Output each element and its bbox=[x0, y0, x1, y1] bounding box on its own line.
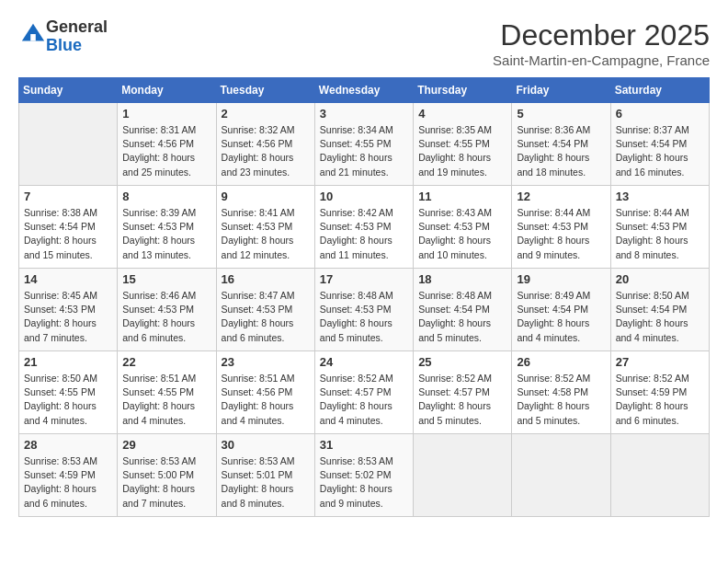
day-info: Sunrise: 8:53 AMSunset: 4:59 PMDaylight:… bbox=[24, 454, 112, 511]
day-number: 11 bbox=[418, 190, 506, 203]
day-info: Sunrise: 8:53 AMSunset: 5:00 PMDaylight:… bbox=[122, 454, 210, 511]
weekday-header: Saturday bbox=[610, 78, 709, 103]
calendar-day-cell: 23Sunrise: 8:51 AMSunset: 4:56 PMDayligh… bbox=[216, 351, 314, 434]
day-number: 30 bbox=[222, 438, 310, 452]
day-number: 5 bbox=[517, 107, 605, 121]
calendar-day-cell: 29Sunrise: 8:53 AMSunset: 5:00 PMDayligh… bbox=[118, 434, 216, 517]
calendar-day-cell: 11Sunrise: 8:43 AMSunset: 4:53 PMDayligh… bbox=[414, 186, 512, 269]
day-number: 29 bbox=[122, 438, 210, 452]
day-info: Sunrise: 8:53 AMSunset: 5:01 PMDaylight:… bbox=[222, 454, 310, 511]
day-number: 26 bbox=[517, 355, 605, 369]
calendar-day-cell: 7Sunrise: 8:38 AMSunset: 4:54 PMDaylight… bbox=[19, 186, 118, 269]
day-number: 31 bbox=[320, 438, 408, 452]
calendar-day-cell: 22Sunrise: 8:51 AMSunset: 4:55 PMDayligh… bbox=[118, 351, 216, 434]
day-number: 18 bbox=[418, 272, 506, 286]
calendar-day-cell: 31Sunrise: 8:53 AMSunset: 5:02 PMDayligh… bbox=[314, 434, 413, 517]
calendar-week-row: 21Sunrise: 8:50 AMSunset: 4:55 PMDayligh… bbox=[19, 351, 710, 434]
calendar-day-cell: 26Sunrise: 8:52 AMSunset: 4:58 PMDayligh… bbox=[512, 351, 610, 434]
day-info: Sunrise: 8:50 AMSunset: 4:54 PMDaylight:… bbox=[616, 289, 704, 345]
day-info: Sunrise: 8:34 AMSunset: 4:55 PMDaylight:… bbox=[320, 123, 408, 179]
day-info: Sunrise: 8:37 AMSunset: 4:54 PMDaylight:… bbox=[616, 123, 704, 179]
day-info: Sunrise: 8:52 AMSunset: 4:59 PMDaylight:… bbox=[616, 372, 704, 428]
day-number: 14 bbox=[24, 272, 112, 286]
page-header: General Blue December 2025 Saint-Martin-… bbox=[18, 18, 710, 68]
day-info: Sunrise: 8:51 AMSunset: 4:56 PMDaylight:… bbox=[222, 372, 310, 428]
day-number: 12 bbox=[517, 190, 605, 203]
weekday-header: Friday bbox=[512, 78, 610, 103]
day-info: Sunrise: 8:42 AMSunset: 4:53 PMDaylight:… bbox=[320, 206, 408, 262]
logo-general: General bbox=[46, 17, 108, 36]
day-info: Sunrise: 8:36 AMSunset: 4:54 PMDaylight:… bbox=[517, 123, 605, 179]
weekday-header: Monday bbox=[118, 78, 216, 103]
day-info: Sunrise: 8:48 AMSunset: 4:53 PMDaylight:… bbox=[320, 289, 408, 345]
calendar-week-row: 14Sunrise: 8:45 AMSunset: 4:53 PMDayligh… bbox=[19, 269, 710, 351]
day-number: 7 bbox=[24, 190, 112, 203]
day-number: 23 bbox=[222, 355, 310, 369]
day-number: 17 bbox=[320, 272, 408, 286]
day-number: 6 bbox=[616, 107, 704, 121]
weekday-header: Sunday bbox=[19, 78, 118, 103]
calendar-day-cell: 30Sunrise: 8:53 AMSunset: 5:01 PMDayligh… bbox=[216, 434, 314, 517]
logo-text: General Blue bbox=[46, 18, 108, 55]
calendar-day-cell bbox=[19, 103, 118, 186]
calendar-day-cell: 6Sunrise: 8:37 AMSunset: 4:54 PMDaylight… bbox=[610, 103, 709, 186]
calendar-day-cell bbox=[512, 434, 610, 517]
logo: General Blue bbox=[18, 18, 108, 55]
calendar-day-cell: 4Sunrise: 8:35 AMSunset: 4:55 PMDaylight… bbox=[414, 103, 512, 186]
calendar-day-cell: 10Sunrise: 8:42 AMSunset: 4:53 PMDayligh… bbox=[314, 186, 413, 269]
day-number: 20 bbox=[616, 272, 704, 286]
weekday-header: Thursday bbox=[414, 78, 512, 103]
day-info: Sunrise: 8:44 AMSunset: 4:53 PMDaylight:… bbox=[517, 206, 605, 262]
calendar-day-cell: 27Sunrise: 8:52 AMSunset: 4:59 PMDayligh… bbox=[610, 351, 709, 434]
calendar-week-row: 28Sunrise: 8:53 AMSunset: 4:59 PMDayligh… bbox=[19, 434, 710, 517]
svg-rect-1 bbox=[30, 34, 36, 40]
day-info: Sunrise: 8:52 AMSunset: 4:57 PMDaylight:… bbox=[418, 372, 506, 428]
calendar-day-cell: 17Sunrise: 8:48 AMSunset: 4:53 PMDayligh… bbox=[314, 269, 413, 351]
month-title: December 2025 bbox=[493, 18, 710, 52]
day-number: 19 bbox=[517, 272, 605, 286]
day-info: Sunrise: 8:32 AMSunset: 4:56 PMDaylight:… bbox=[222, 123, 310, 179]
calendar-day-cell bbox=[610, 434, 709, 517]
day-info: Sunrise: 8:45 AMSunset: 4:53 PMDaylight:… bbox=[24, 289, 112, 345]
day-info: Sunrise: 8:39 AMSunset: 4:53 PMDaylight:… bbox=[122, 206, 210, 262]
calendar-day-cell: 12Sunrise: 8:44 AMSunset: 4:53 PMDayligh… bbox=[512, 186, 610, 269]
calendar-day-cell bbox=[414, 434, 512, 517]
day-info: Sunrise: 8:43 AMSunset: 4:53 PMDaylight:… bbox=[418, 206, 506, 262]
day-number: 9 bbox=[222, 190, 310, 203]
day-info: Sunrise: 8:48 AMSunset: 4:54 PMDaylight:… bbox=[418, 289, 506, 345]
calendar-day-cell: 1Sunrise: 8:31 AMSunset: 4:56 PMDaylight… bbox=[118, 103, 216, 186]
calendar-week-row: 1Sunrise: 8:31 AMSunset: 4:56 PMDaylight… bbox=[19, 103, 710, 186]
day-info: Sunrise: 8:52 AMSunset: 4:57 PMDaylight:… bbox=[320, 372, 408, 428]
day-info: Sunrise: 8:52 AMSunset: 4:58 PMDaylight:… bbox=[517, 372, 605, 428]
calendar-day-cell: 20Sunrise: 8:50 AMSunset: 4:54 PMDayligh… bbox=[610, 269, 709, 351]
day-number: 25 bbox=[418, 355, 506, 369]
day-number: 16 bbox=[222, 272, 310, 286]
day-info: Sunrise: 8:38 AMSunset: 4:54 PMDaylight:… bbox=[24, 206, 112, 262]
calendar-table: SundayMondayTuesdayWednesdayThursdayFrid… bbox=[18, 77, 710, 517]
day-number: 10 bbox=[320, 190, 408, 203]
calendar-day-cell: 3Sunrise: 8:34 AMSunset: 4:55 PMDaylight… bbox=[314, 103, 413, 186]
calendar-day-cell: 18Sunrise: 8:48 AMSunset: 4:54 PMDayligh… bbox=[414, 269, 512, 351]
calendar-day-cell: 16Sunrise: 8:47 AMSunset: 4:53 PMDayligh… bbox=[216, 269, 314, 351]
logo-blue: Blue bbox=[46, 36, 82, 54]
calendar-day-cell: 24Sunrise: 8:52 AMSunset: 4:57 PMDayligh… bbox=[314, 351, 413, 434]
weekday-header: Tuesday bbox=[216, 78, 314, 103]
day-number: 24 bbox=[320, 355, 408, 369]
day-info: Sunrise: 8:50 AMSunset: 4:55 PMDaylight:… bbox=[24, 372, 112, 428]
title-block: December 2025 Saint-Martin-en-Campagne, … bbox=[493, 18, 710, 68]
calendar-day-cell: 28Sunrise: 8:53 AMSunset: 4:59 PMDayligh… bbox=[19, 434, 118, 517]
calendar-day-cell: 21Sunrise: 8:50 AMSunset: 4:55 PMDayligh… bbox=[19, 351, 118, 434]
calendar-day-cell: 13Sunrise: 8:44 AMSunset: 4:53 PMDayligh… bbox=[610, 186, 709, 269]
day-number: 27 bbox=[616, 355, 704, 369]
calendar-day-cell: 15Sunrise: 8:46 AMSunset: 4:53 PMDayligh… bbox=[118, 269, 216, 351]
day-info: Sunrise: 8:44 AMSunset: 4:53 PMDaylight:… bbox=[616, 206, 704, 262]
calendar-day-cell: 14Sunrise: 8:45 AMSunset: 4:53 PMDayligh… bbox=[19, 269, 118, 351]
location-title: Saint-Martin-en-Campagne, France bbox=[493, 52, 710, 68]
day-number: 22 bbox=[122, 355, 210, 369]
day-info: Sunrise: 8:49 AMSunset: 4:54 PMDaylight:… bbox=[517, 289, 605, 345]
weekday-header-row: SundayMondayTuesdayWednesdayThursdayFrid… bbox=[19, 78, 710, 103]
day-info: Sunrise: 8:53 AMSunset: 5:02 PMDaylight:… bbox=[320, 454, 408, 511]
day-number: 8 bbox=[122, 190, 210, 203]
day-info: Sunrise: 8:46 AMSunset: 4:53 PMDaylight:… bbox=[122, 289, 210, 345]
day-info: Sunrise: 8:41 AMSunset: 4:53 PMDaylight:… bbox=[222, 206, 310, 262]
